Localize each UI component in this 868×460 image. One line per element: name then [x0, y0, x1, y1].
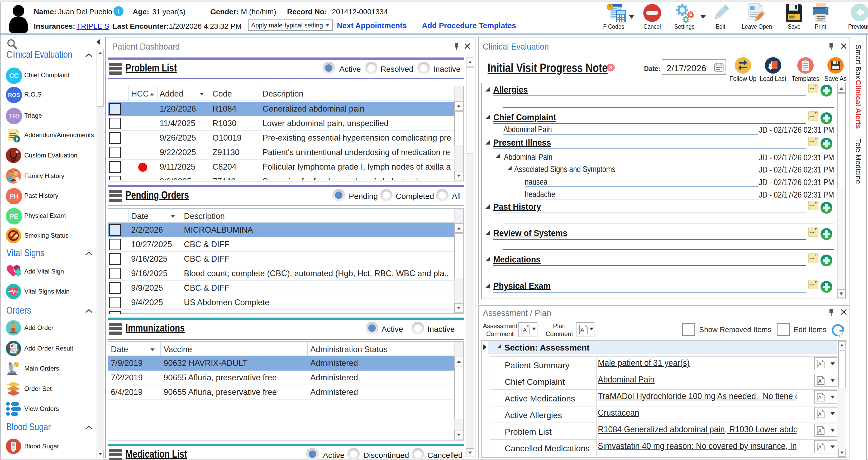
svg-text:A: A	[818, 395, 822, 400]
svg-text:A: A	[818, 378, 822, 384]
svg-text:A: A	[523, 327, 527, 333]
svg-text:A: A	[818, 361, 822, 367]
svg-text:A: A	[818, 411, 822, 417]
svg-text:$: $	[609, 5, 611, 9]
svg-text:A: A	[818, 445, 822, 450]
svg-text:A: A	[581, 327, 584, 333]
svg-text:A: A	[818, 428, 822, 434]
